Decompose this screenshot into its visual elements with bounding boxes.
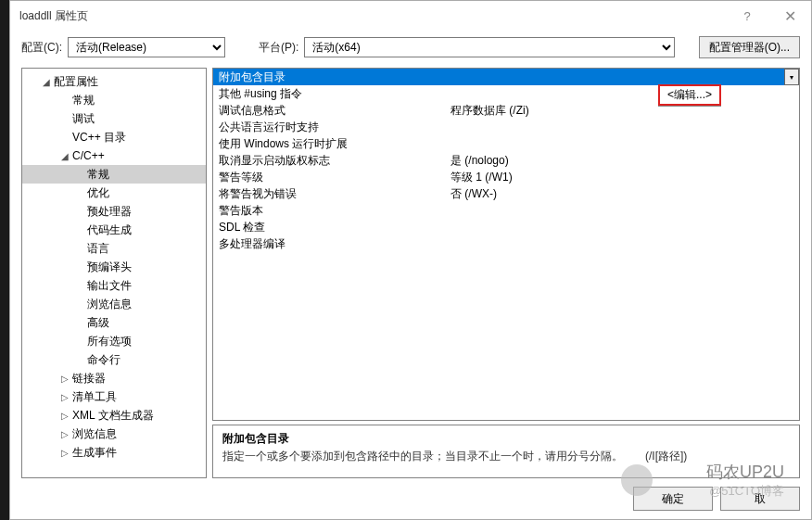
property-value[interactable] <box>445 69 799 85</box>
description-title: 附加包含目录 <box>222 431 790 447</box>
tree-item[interactable]: ▷浏览信息 <box>22 425 206 443</box>
property-value[interactable] <box>445 235 799 252</box>
tree-item[interactable]: 输出文件 <box>22 276 206 295</box>
property-grid: 附加包含目录其他 #using 指令调试信息格式程序数据库 (/Zi)公共语言运… <box>212 68 800 421</box>
tree-item-label: 常规 <box>70 93 95 108</box>
property-name: 调试信息格式 <box>213 102 445 119</box>
tree-item[interactable]: 调试 <box>22 109 206 128</box>
property-name: 多处理器编译 <box>213 235 445 252</box>
property-value[interactable]: 等级 1 (/W1) <box>445 169 799 185</box>
tree-item[interactable]: 高级 <box>22 313 206 332</box>
tree-item-label: 预编译头 <box>85 260 132 275</box>
tree-item-label: 优化 <box>85 185 109 201</box>
config-select[interactable]: 活动(Release) <box>68 37 225 57</box>
tree-item[interactable]: 语言 <box>22 239 206 258</box>
chevron-right-icon: ▷ <box>59 411 70 421</box>
tree-item[interactable]: ▷XML 文档生成器 <box>22 406 206 425</box>
property-name: 警告等级 <box>213 169 445 185</box>
property-value[interactable] <box>445 135 799 152</box>
edit-dropdown-item[interactable]: <编辑...> <box>658 84 721 106</box>
property-row[interactable]: 公共语言运行时支持 <box>213 119 799 135</box>
property-value[interactable] <box>445 202 799 219</box>
tree-item-label: 清单工具 <box>70 389 117 405</box>
tree-item-label: 所有选项 <box>85 334 132 349</box>
watermark-avatar-icon <box>621 464 653 496</box>
tree-item-label: 生成事件 <box>70 445 117 461</box>
config-label: 配置(C): <box>21 40 62 56</box>
tree-item-label: 预处理器 <box>85 204 132 220</box>
property-name: 使用 Windows 运行时扩展 <box>213 135 445 152</box>
tree-item[interactable]: 预处理器 <box>22 202 206 221</box>
tree-item[interactable]: VC++ 目录 <box>22 128 206 146</box>
property-name: 警告版本 <box>213 202 445 219</box>
tree-item[interactable]: 所有选项 <box>22 332 206 350</box>
toolbar: 配置(C): 活动(Release) 平台(P): 活动(x64) 配置管理器(… <box>10 31 811 64</box>
config-tree: ◢配置属性常规调试VC++ 目录◢C/C++常规优化预处理器代码生成语言预编译头… <box>22 69 206 465</box>
help-button[interactable]: ? <box>726 1 768 31</box>
property-row[interactable]: 警告等级等级 1 (/W1) <box>213 169 799 185</box>
property-row[interactable]: 取消显示启动版权标志是 (/nologo) <box>213 152 799 169</box>
description-body: 指定一个或多个要添加到包含路径中的目录；当目录不止一个时，请用分号分隔。 (/I… <box>222 449 790 464</box>
tree-item[interactable]: 代码生成 <box>22 221 206 239</box>
tree-item-label: 命令行 <box>85 352 121 368</box>
property-name: SDL 检查 <box>213 219 445 235</box>
config-manager-button[interactable]: 配置管理器(O)... <box>699 36 800 58</box>
property-name: 公共语言运行时支持 <box>213 119 445 135</box>
grid-dropdown-button[interactable]: ▾ <box>784 69 799 85</box>
property-row[interactable]: 警告版本 <box>213 202 799 219</box>
tree-item-label: 配置属性 <box>52 74 98 90</box>
tree-item-label: 输出文件 <box>85 278 132 294</box>
tree-item-label: 常规 <box>85 167 109 183</box>
tree-item-label: 高级 <box>85 315 109 331</box>
tree-item[interactable]: ▷生成事件 <box>22 443 206 462</box>
chevron-right-icon: ▷ <box>59 374 70 384</box>
dialog-body: ◢配置属性常规调试VC++ 目录◢C/C++常规优化预处理器代码生成语言预编译头… <box>10 64 811 478</box>
description-box: 附加包含目录 指定一个或多个要添加到包含路径中的目录；当目录不止一个时，请用分号… <box>212 425 800 478</box>
tree-item[interactable]: 命令行 <box>22 350 206 369</box>
platform-select[interactable]: 活动(x64) <box>304 37 675 57</box>
tree-item-label: XML 文档生成器 <box>70 408 154 424</box>
chevron-right-icon: ▷ <box>59 392 70 402</box>
property-row[interactable]: 附加包含目录 <box>213 69 799 85</box>
property-row[interactable]: SDL 检查 <box>213 219 799 235</box>
tree-item[interactable]: ◢C/C++ <box>22 146 206 165</box>
property-value[interactable] <box>445 119 799 135</box>
titlebar: loaddll 属性页 ? ✕ <box>10 1 811 31</box>
footer: 确定 取 <box>10 478 811 519</box>
tree-item[interactable]: ◢配置属性 <box>22 72 206 91</box>
tree-item[interactable]: 常规 <box>22 91 206 109</box>
tree-item-label: 链接器 <box>70 371 106 387</box>
property-value[interactable] <box>445 219 799 235</box>
property-value[interactable] <box>445 85 799 102</box>
platform-label: 平台(P): <box>259 40 298 56</box>
tree-item-label: 代码生成 <box>85 222 132 238</box>
tree-item[interactable]: 预编译头 <box>22 258 206 276</box>
tree-pane: ◢配置属性常规调试VC++ 目录◢C/C++常规优化预处理器代码生成语言预编译头… <box>21 68 207 478</box>
tree-item[interactable]: 常规 <box>22 165 206 184</box>
property-name: 将警告视为错误 <box>213 185 445 202</box>
property-value[interactable]: 是 (/nologo) <box>445 152 799 169</box>
tree-item[interactable]: ▷链接器 <box>22 369 206 387</box>
property-name: 附加包含目录 <box>213 69 445 85</box>
chevron-down-icon: ◢ <box>41 77 52 87</box>
tree-item-label: 调试 <box>70 111 95 127</box>
tree-item[interactable]: 优化 <box>22 184 206 202</box>
property-page-dialog: loaddll 属性页 ? ✕ 配置(C): 活动(Release) 平台(P)… <box>9 0 812 520</box>
chevron-right-icon: ▷ <box>59 448 70 458</box>
chevron-down-icon: ◢ <box>59 151 70 161</box>
tree-item-label: 语言 <box>85 241 109 257</box>
tree-item-label: 浏览信息 <box>70 426 117 442</box>
property-name: 其他 #using 指令 <box>213 85 445 102</box>
window-title: loaddll 属性页 <box>19 8 88 24</box>
tree-item[interactable]: ▷清单工具 <box>22 387 206 406</box>
tree-scroll[interactable]: ◢配置属性常规调试VC++ 目录◢C/C++常规优化预处理器代码生成语言预编译头… <box>22 69 206 477</box>
property-row[interactable]: 多处理器编译 <box>213 235 799 252</box>
property-row[interactable]: 将警告视为错误否 (/WX-) <box>213 185 799 202</box>
tree-item[interactable]: 浏览信息 <box>22 295 206 313</box>
close-button[interactable]: ✕ <box>768 1 811 31</box>
property-row[interactable]: 使用 Windows 运行时扩展 <box>213 135 799 152</box>
right-pane: 附加包含目录其他 #using 指令调试信息格式程序数据库 (/Zi)公共语言运… <box>212 68 800 478</box>
property-value[interactable]: 否 (/WX-) <box>445 185 799 202</box>
property-value[interactable]: 程序数据库 (/Zi) <box>445 102 799 119</box>
cancel-button[interactable]: 取 <box>720 487 800 511</box>
